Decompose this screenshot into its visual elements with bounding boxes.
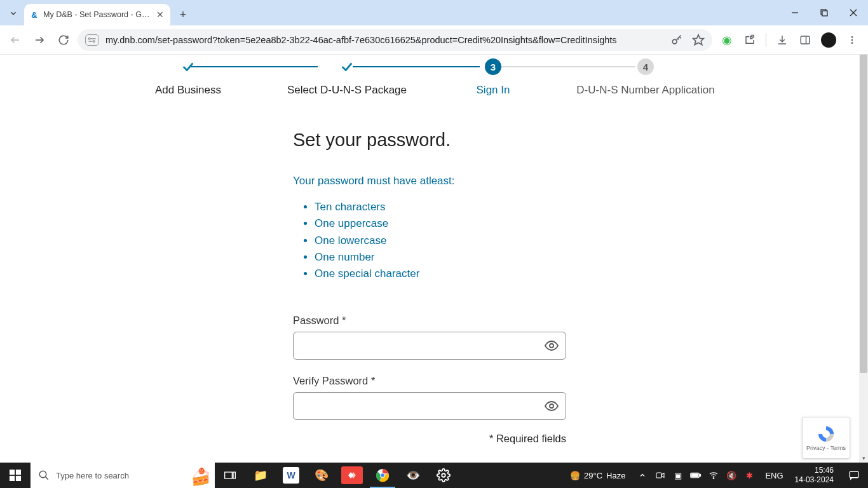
word-app[interactable]: W [283, 467, 299, 484]
svg-rect-42 [850, 471, 858, 478]
language-indicator[interactable]: ENG [760, 471, 788, 480]
bookmark-star-icon[interactable] [692, 34, 705, 46]
svg-rect-23 [16, 470, 21, 475]
maximize-button[interactable] [810, 0, 839, 25]
tab-favicon: & [29, 10, 39, 20]
minimize-button[interactable] [780, 0, 810, 25]
verify-password-label: Verify Password * [293, 375, 566, 387]
chrome-app[interactable] [367, 463, 398, 488]
reload-button[interactable] [53, 30, 74, 50]
extensions-area: ◉ [716, 32, 863, 48]
recaptcha-badge[interactable]: Privacy - Terms [802, 417, 850, 459]
app-icon-paint[interactable]: 🎨 [306, 463, 337, 488]
svg-rect-25 [16, 476, 21, 481]
requirement-item: Ten characters [315, 199, 566, 215]
svg-rect-24 [10, 476, 15, 481]
weather-condition: Haze [606, 471, 625, 480]
taskbar-apps: 📁 W 🎨 👁️ [215, 463, 459, 488]
password-key-icon[interactable] [670, 34, 683, 46]
recaptcha-icon [815, 424, 837, 444]
tray-security-icon[interactable]: ✱ [743, 471, 755, 480]
back-button[interactable] [5, 30, 25, 50]
recaptcha-links[interactable]: Privacy - Terms [806, 445, 846, 451]
requirements-list: Ten characters One uppercase One lowerca… [293, 199, 566, 283]
vertical-scrollbar[interactable]: ▴ ▾ [859, 55, 868, 463]
new-tab-button[interactable]: + [174, 6, 192, 24]
profile-avatar[interactable] [821, 32, 836, 48]
tray-meet-now-icon[interactable] [654, 470, 666, 480]
svg-rect-2 [822, 11, 827, 16]
extensions-button[interactable] [743, 33, 757, 47]
start-button[interactable] [0, 463, 31, 488]
tab-title: My D&B - Set Password - Get a [43, 10, 151, 19]
svg-rect-28 [225, 472, 233, 478]
svg-point-9 [93, 40, 95, 42]
show-verify-password-button[interactable] [543, 398, 560, 414]
task-view-button[interactable] [215, 463, 245, 488]
svg-marker-12 [693, 34, 704, 44]
svg-rect-13 [750, 36, 752, 38]
svg-rect-39 [700, 475, 701, 477]
progress-stepper: Add Business Select D-U-N-S Package 3 Si… [0, 58, 859, 97]
tray-wifi-icon[interactable] [708, 470, 719, 480]
requirement-item: One number [315, 249, 566, 266]
step-label: Select D-U-N-S Package [258, 84, 436, 97]
taskbar-weather[interactable]: 🍔 29°C Haze [564, 471, 632, 480]
settings-app[interactable] [428, 463, 459, 488]
password-form: Set your password. Your password must ha… [293, 130, 566, 463]
taskbar-clock[interactable]: 15:46 14-03-2024 [789, 466, 840, 485]
window-controls [780, 0, 868, 25]
svg-point-35 [442, 473, 445, 477]
clock-time: 15:46 [795, 466, 834, 475]
svg-point-11 [672, 39, 677, 44]
checkmark-icon [180, 58, 196, 75]
svg-point-18 [851, 39, 853, 41]
close-window-button[interactable] [839, 0, 868, 25]
tray-volume-muted-icon[interactable]: 🔇 [726, 471, 737, 480]
svg-rect-36 [656, 473, 661, 478]
forward-button[interactable] [29, 30, 50, 50]
step-sign-in: 3 Sign In [436, 58, 550, 97]
taskbar-search[interactable]: Type here to search 🍰 [31, 463, 215, 488]
checkmark-icon [339, 58, 355, 75]
step-add-business: Add Business [118, 58, 258, 97]
requirement-item: One lowercase [315, 233, 566, 249]
clock-date: 14-03-2024 [795, 475, 834, 485]
password-input[interactable] [293, 332, 566, 360]
page-viewport: Add Business Select D-U-N-S Package 3 Si… [0, 55, 868, 463]
address-bar[interactable]: my.dnb.com/set-password?token=5e2ea8b2-3… [78, 29, 712, 51]
tray-onedrive-icon[interactable]: ▣ [672, 471, 684, 480]
tabs-dropdown-button[interactable] [3, 3, 24, 24]
requirement-item: One special character [315, 266, 566, 282]
step-duns-application: 4 D-U-N-S Number Application [550, 58, 741, 97]
tab-close-button[interactable]: ✕ [155, 10, 165, 20]
file-explorer-app[interactable]: 📁 [245, 463, 276, 488]
svg-point-7 [88, 37, 90, 39]
windows-taskbar: Type here to search 🍰 📁 W 🎨 👁️ 🍔 29°C Ha… [0, 463, 868, 488]
site-settings-icon[interactable] [85, 34, 99, 46]
action-center-button[interactable] [840, 470, 868, 481]
browser-tab[interactable]: & My D&B - Set Password - Get a ✕ [24, 4, 170, 25]
downloads-button[interactable] [775, 33, 789, 47]
step-label: Add Business [118, 84, 258, 97]
tray-overflow-button[interactable] [637, 471, 648, 479]
step-label: Sign In [436, 84, 550, 97]
chrome-menu-button[interactable] [845, 33, 859, 47]
step-select-package: Select D-U-N-S Package [258, 58, 436, 97]
show-password-button[interactable] [543, 337, 560, 354]
search-placeholder: Type here to search [56, 471, 129, 480]
app-icon-eye[interactable]: 👁️ [398, 463, 428, 488]
scroll-down-arrow[interactable]: ▾ [859, 454, 868, 463]
app-icon-anydesk[interactable] [341, 466, 363, 484]
scrollbar-thumb[interactable] [860, 55, 867, 373]
svg-point-34 [381, 473, 385, 478]
svg-marker-31 [351, 472, 356, 478]
svg-rect-15 [801, 36, 810, 44]
weather-icon: 🍔 [570, 471, 580, 480]
tray-battery-icon[interactable] [690, 471, 702, 479]
svg-rect-40 [692, 474, 699, 477]
extension-icon-1[interactable]: ◉ [720, 33, 734, 47]
verify-password-input[interactable] [293, 392, 566, 420]
side-panel-button[interactable] [798, 33, 812, 47]
svg-point-21 [550, 404, 553, 408]
